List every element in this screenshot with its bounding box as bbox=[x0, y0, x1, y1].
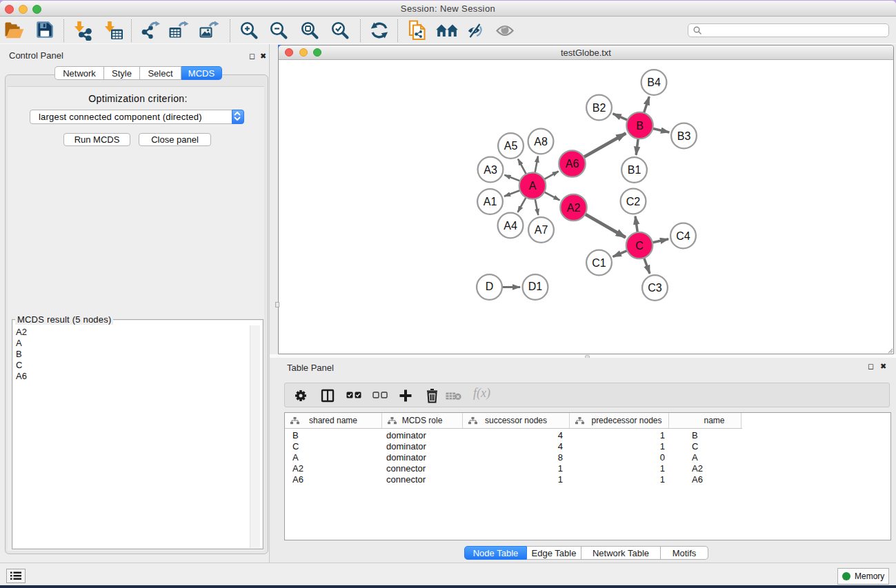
svg-text:C3: C3 bbox=[648, 282, 662, 294]
svg-text:B: B bbox=[636, 120, 644, 132]
svg-text:A2: A2 bbox=[567, 202, 581, 214]
svg-text:A4: A4 bbox=[504, 220, 517, 232]
svg-text:A5: A5 bbox=[504, 140, 518, 152]
svg-text:A3: A3 bbox=[484, 164, 497, 176]
svg-text:B1: B1 bbox=[628, 164, 641, 176]
svg-text:C1: C1 bbox=[592, 257, 606, 269]
svg-text:C2: C2 bbox=[626, 196, 641, 207]
svg-text:B4: B4 bbox=[647, 77, 661, 88]
svg-text:C4: C4 bbox=[676, 230, 690, 242]
svg-text:A1: A1 bbox=[484, 196, 497, 207]
svg-text:D: D bbox=[486, 281, 494, 292]
svg-text:C: C bbox=[635, 240, 644, 252]
svg-text:B3: B3 bbox=[677, 130, 691, 142]
svg-text:A: A bbox=[529, 180, 537, 192]
svg-text:B2: B2 bbox=[593, 102, 606, 114]
svg-text:A7: A7 bbox=[535, 224, 548, 236]
svg-text:D1: D1 bbox=[528, 281, 543, 292]
svg-text:A6: A6 bbox=[566, 158, 579, 170]
svg-text:A8: A8 bbox=[534, 136, 548, 148]
